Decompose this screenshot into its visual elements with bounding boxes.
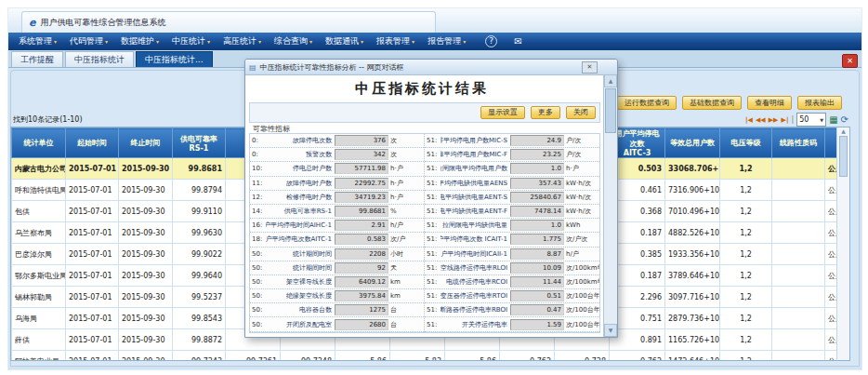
indicator-label: 停电总时户数 (266, 164, 335, 173)
scroll-thumb[interactable] (839, 136, 848, 177)
indicator-number: 50: (250, 292, 266, 300)
scroll-up-icon[interactable]: ▲ (837, 127, 849, 134)
indicator-unit: h·户 (388, 179, 424, 188)
indicator-value: 3975.84 (335, 290, 388, 301)
dialog-button-3[interactable]: 关闭 (566, 106, 596, 119)
cell (772, 287, 825, 308)
cell: 2015-07-01 (66, 158, 119, 180)
cell: 2015-09-30 (119, 308, 173, 329)
pagination: |◀ ◀◀ ▶▶ ▶| | 50 ▼ ▦ ⟳ (745, 113, 848, 127)
prev-page-icon[interactable]: ◀◀ (756, 116, 766, 124)
indicator-row-left-14: 50:开闭所及配电室2680台 (250, 317, 424, 331)
scroll-thumb[interactable] (605, 88, 616, 133)
indicator-unit: 次/100km年 (564, 263, 599, 273)
column-header-2[interactable]: 起始时间 (66, 128, 119, 158)
tab-1[interactable]: 工作提醒 (11, 51, 63, 67)
column-header-1[interactable]: 统计单位 (12, 128, 66, 158)
indicator-row-left-11: 50:架空裸导线长度6409.12km (250, 275, 424, 289)
indicator-number: 51: (425, 306, 441, 314)
indicator-label: 电缆停运停电率RCOI (441, 277, 510, 287)
dialog-button-1[interactable]: 显示设置 (480, 106, 525, 119)
indicator-label: 架空裸导线长度 (266, 277, 335, 287)
menu-item-1[interactable]: 系统管理▾ (12, 35, 63, 47)
window-title: 用户供电可靠性综合管理信息系统 (40, 17, 165, 29)
indicator-label: 统计期间时间 (266, 249, 335, 259)
last-page-icon[interactable]: ▶| (782, 116, 789, 124)
cell: 99.5237 (173, 287, 226, 308)
cell: 巴彦淖尔局 (12, 244, 66, 265)
browser-tab[interactable]: e 用户供电可靠性综合管理信息系统 (21, 11, 436, 33)
indicator-label: 供电可靠率RS-1 (266, 207, 335, 216)
column-header-14[interactable]: 电压等级 (720, 128, 772, 158)
dialog-close-button[interactable]: ✕ (582, 61, 598, 74)
first-page-icon[interactable]: |◀ (745, 116, 753, 124)
menu-item-8[interactable]: 报表管理▾ (370, 35, 421, 47)
record-count: 找到10条记录(1-10) (13, 114, 83, 125)
column-header-13[interactable]: 等效总用户数 (665, 128, 720, 158)
mail-icon[interactable]: ✉ (514, 36, 521, 47)
indicator-value: 10.09 (510, 262, 564, 274)
toolbar-button-3[interactable]: 基础数据查询 (682, 96, 742, 110)
cell: 1,2 (720, 222, 772, 244)
indicator-number: 51: (425, 165, 441, 172)
menu-item-5[interactable]: 高压统计▾ (217, 35, 268, 47)
column-header-4[interactable]: 供电可靠率RS-1 (173, 128, 226, 158)
tab-3[interactable]: 中压指标统计... (136, 51, 213, 67)
toolbar-button-5[interactable]: 报表输出 (797, 96, 842, 110)
cell: 99.8872 (173, 329, 226, 351)
toolbar-button-4[interactable]: 查看明细 (747, 96, 792, 110)
indicator-value: 357.43 (510, 178, 564, 189)
column-header-15[interactable]: 线路性质码 (772, 128, 825, 158)
scroll-up-icon[interactable]: ▲ (604, 74, 617, 87)
menu-item-2[interactable]: 代码管理▾ (63, 35, 114, 47)
pager-separator: | (791, 115, 794, 124)
tab-2[interactable]: 中压指标统计 (65, 51, 134, 67)
cell: 2015-07-01 (66, 308, 119, 329)
cell: 内蒙古电力公司 (12, 158, 66, 180)
dialog-button-2[interactable]: 更多 (531, 106, 560, 119)
next-page-icon[interactable]: ▶▶ (769, 116, 779, 124)
excel-export-icon[interactable]: ▦ (829, 114, 837, 125)
cell: 2015-07-01 (66, 265, 119, 287)
indicator-number: 11: (250, 180, 266, 187)
cell: 1933.356+10+20 (665, 244, 720, 265)
menubar: 系统管理▾代码管理▾数据维护▾中压统计▾高压统计▾综合查询▾数据通讯▾报表管理▾… (8, 33, 861, 50)
indicator-row-left-4: 11:故障停电时户数22992.75h·户 (250, 177, 424, 191)
indicator-row-left-3: 10:停电总时户数57711.98h·户 (250, 162, 424, 176)
indicator-label: 用户平均停电次数AITC-1 (266, 234, 335, 244)
indicator-unit: h/户 (388, 221, 424, 230)
toolbar-button-2[interactable]: 运行数据查询 (617, 96, 677, 110)
select-arrow-icon: ▼ (820, 117, 823, 123)
dialog-scrollbar[interactable]: ▲ ▼ (603, 74, 617, 337)
table-row-10[interactable]: 阿拉善电业局2015-07-012015-09-3099.734399.7361… (12, 351, 851, 362)
app-window: e 用户供电可靠性综合管理信息系统 系统管理▾代码管理▾数据维护▾中压统计▾高压… (7, 7, 862, 370)
document-icon: ▤ (249, 63, 256, 72)
indicator-number: 51: (425, 151, 441, 158)
menu-item-7[interactable]: 数据通讯▾ (319, 35, 370, 47)
help-icon[interactable]: ? (485, 35, 497, 47)
cell: 0.762 (610, 351, 665, 362)
menu-item-9[interactable]: 报告管理▾ (421, 35, 472, 47)
menu-item-6[interactable]: 综合查询▾ (268, 35, 319, 47)
indicator-unit: 小时 (388, 249, 424, 259)
refresh-icon[interactable]: ⟳ (841, 114, 848, 125)
indicator-value: 1.0 (510, 220, 564, 231)
page-size-select[interactable]: 50 ▼ (796, 113, 826, 127)
indicator-unit: h·户 (388, 193, 424, 202)
scroll-down-icon[interactable]: ▼ (604, 324, 617, 337)
dialog-button-bar: 显示设置更多关闭 (249, 102, 600, 123)
indicator-label: 开闭所及配电室 (266, 320, 335, 329)
cell: 2015-09-30 (119, 351, 173, 362)
grid-scrollbar[interactable]: ▲ (836, 127, 849, 360)
indicator-value: 2208 (335, 248, 388, 260)
indicator-unit: 台 (388, 320, 424, 329)
cell: 4882.526+10+20 (665, 222, 720, 244)
indicator-label: 变压器停运停电率RTOI (441, 291, 510, 301)
dropdown-arrow-icon: ▾ (54, 38, 57, 45)
indicator-row-right-5: 51:预安排停电平均缺供电量AENT-S25840.67kW·h/次 (425, 191, 599, 205)
page-close-button[interactable]: ✕ (842, 54, 858, 68)
menu-item-3[interactable]: 数据维护▾ (114, 35, 165, 47)
column-header-3[interactable]: 终止时间 (119, 128, 173, 158)
menu-item-4[interactable]: 中压统计▾ (165, 35, 217, 47)
cell: 2015-09-30 (119, 180, 173, 201)
